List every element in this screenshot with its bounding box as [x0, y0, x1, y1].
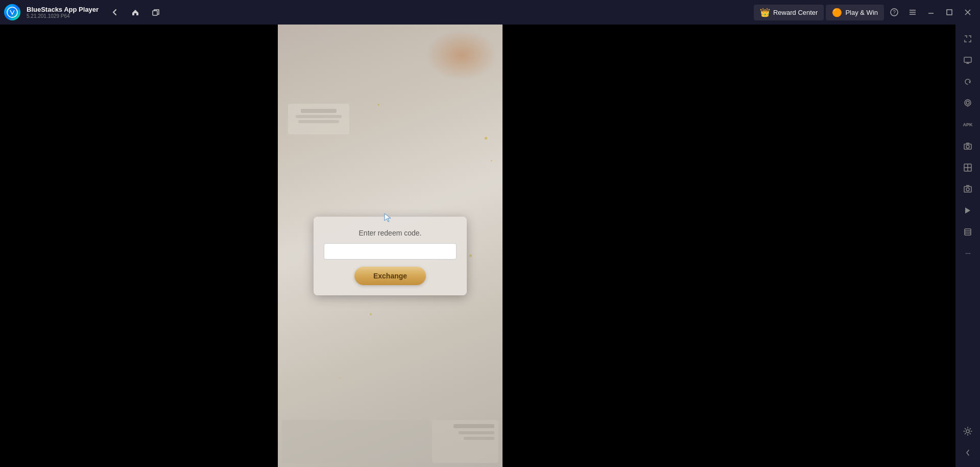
svg-point-0 [7, 7, 17, 17]
collapse-sidebar-button[interactable] [958, 442, 978, 463]
more-options-button[interactable]: ··· [958, 243, 978, 264]
macro-button[interactable] [958, 200, 978, 221]
layer-button[interactable] [958, 222, 978, 242]
minimize-button[interactable] [923, 4, 939, 20]
app-logo [0, 0, 25, 25]
left-black-area [0, 25, 278, 467]
multi-instance-button[interactable] [148, 4, 164, 20]
location-button[interactable] [958, 93, 978, 113]
exchange-button[interactable]: Exchange [354, 267, 426, 285]
play-win-label: Play & Win [845, 9, 878, 16]
play-win-button[interactable]: 🟠 Play & Win [826, 5, 884, 20]
home-button[interactable] [127, 4, 144, 20]
app-name-main: BlueStacks App Player [27, 6, 99, 14]
help-button[interactable]: ? [886, 4, 902, 20]
dialog-title: Enter redeem code. [324, 229, 457, 237]
right-sidebar: APK ··· [955, 25, 980, 467]
display-settings-button[interactable] [958, 50, 978, 71]
svg-point-21 [966, 188, 969, 191]
back-button[interactable] [107, 4, 123, 20]
right-black-area [503, 25, 980, 467]
app-name: BlueStacks App Player 5.21.201.1029 P64 [27, 6, 99, 19]
gear-settings-button[interactable] [958, 421, 978, 441]
svg-point-16 [966, 145, 969, 148]
titlebar: BlueStacks App Player 5.21.201.1029 P64 … [0, 0, 980, 25]
svg-rect-11 [964, 57, 971, 62]
redeem-dialog: Enter redeem code. Exchange [314, 217, 467, 295]
reward-center-label: Reward Center [773, 9, 818, 16]
rotate-button[interactable] [958, 72, 978, 92]
screenshot-button[interactable] [958, 179, 978, 199]
main-area: Enter redeem code. Exchange [0, 25, 980, 467]
svg-rect-20 [964, 186, 971, 192]
camera-button[interactable] [958, 136, 978, 156]
svg-rect-1 [153, 11, 157, 15]
svg-text:?: ? [893, 10, 896, 15]
dialog-overlay: Enter redeem code. Exchange [278, 25, 503, 467]
restore-button[interactable] [941, 4, 958, 20]
logo-circle [4, 4, 20, 20]
resize-window-button[interactable] [958, 157, 978, 178]
redeem-code-input[interactable] [324, 243, 457, 260]
app-version: 5.21.201.1029 P64 [27, 13, 99, 19]
svg-marker-22 [965, 207, 970, 214]
sidebar-bottom [958, 421, 978, 467]
play-win-icon: 🟠 [832, 8, 842, 17]
reward-crown-icon: 👑 [760, 8, 770, 17]
titlebar-right: 👑 Reward Center 🟠 Play & Win ? [754, 4, 976, 20]
svg-point-26 [966, 430, 969, 433]
svg-point-14 [966, 101, 969, 104]
game-viewport[interactable]: Enter redeem code. Exchange [278, 25, 503, 467]
menu-button[interactable] [904, 4, 921, 20]
svg-rect-8 [947, 10, 952, 15]
apk-button[interactable]: APK [958, 114, 978, 135]
nav-buttons [107, 4, 164, 20]
expand-sidebar-button[interactable] [958, 29, 978, 49]
close-button[interactable] [960, 4, 976, 20]
reward-center-button[interactable]: 👑 Reward Center [754, 5, 824, 20]
svg-rect-23 [965, 229, 971, 235]
